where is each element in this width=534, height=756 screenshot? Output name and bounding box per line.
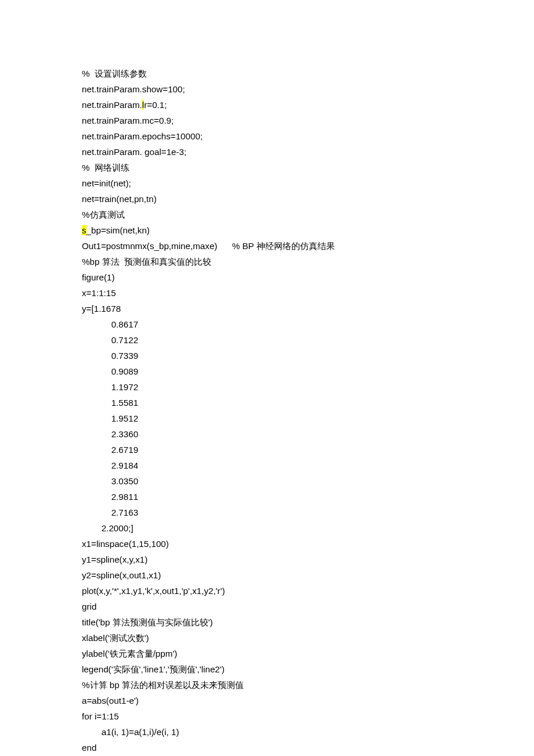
code-text: for i=1:15	[82, 711, 119, 721]
code-text: r=0.1;	[144, 100, 167, 110]
code-text: 2.7163	[82, 507, 138, 517]
code-line: 3.0350	[82, 473, 534, 489]
code-line: 0.7122	[82, 332, 534, 348]
code-line: 0.8617	[82, 316, 534, 332]
code-line: net.trainParam.epochs=10000;	[82, 128, 534, 144]
code-line: plot(x,y,'*',x1,y1,'k',x,out1,'p',x1,y2,…	[82, 583, 534, 599]
code-text: 1.9512	[82, 413, 138, 423]
code-text: 0.7339	[82, 351, 138, 361]
code-line: net.trainParam.mc=0.9;	[82, 113, 534, 128]
code-line: net.trainParam.show=100;	[82, 81, 534, 97]
code-text: y1=spline(x,y,x1)	[82, 555, 147, 564]
code-text: %bp 算法 预测值和真实值的比较	[82, 257, 211, 267]
code-line: net.trainParam.lr=0.1;	[82, 97, 534, 113]
code-line: grid	[82, 599, 534, 614]
code-text: net.trainParam.epochs=10000;	[82, 131, 203, 141]
code-line: Out1=postmnmx(s_bp,mine,maxe) % BP 神经网络的…	[82, 238, 534, 254]
code-text: net.trainParam.show=100;	[82, 84, 185, 94]
code-text: 2.6719	[82, 445, 138, 455]
code-line: % 网络训练	[82, 160, 534, 175]
code-line: y2=spline(x,out1,x1)	[82, 567, 534, 583]
code-text: plot(x,y,'*',x1,y1,'k',x,out1,'p',x1,y2,…	[82, 586, 225, 596]
code-text: % 网络训练	[82, 163, 129, 172]
code-text: title('bp 算法预测值与实际值比较')	[82, 617, 213, 627]
code-text: ylabel('铁元素含量/ppm')	[82, 649, 177, 658]
code-text: y2=spline(x,out1,x1)	[82, 570, 161, 580]
code-text: net=train(net,pn,tn)	[82, 194, 157, 204]
code-line: 0.9089	[82, 363, 534, 379]
code-line: end	[82, 740, 534, 755]
code-text: net=init(net);	[82, 178, 131, 188]
code-text: 0.9089	[82, 366, 138, 376]
code-text: %计算 bp 算法的相对误差以及未来预测值	[82, 680, 244, 690]
code-line: xlabel('测试次数')	[82, 630, 534, 646]
code-line: %bp 算法 预测值和真实值的比较	[82, 254, 534, 269]
code-text: grid	[82, 602, 96, 611]
code-text: Out1=postmnmx(s_bp,mine,maxe) % BP 神经网络的…	[82, 241, 335, 251]
code-line: 2.2000;]	[82, 520, 534, 536]
code-text: 1.5581	[82, 398, 138, 408]
code-line: net=train(net,pn,tn)	[82, 191, 534, 207]
code-line: 0.7339	[82, 348, 534, 363]
code-text: end	[82, 743, 96, 753]
code-text: 1.1972	[82, 382, 138, 392]
document-page: % 设置训练参数net.trainParam.show=100;net.trai…	[0, 0, 534, 755]
code-line: s_bp=sim(net,kn)	[82, 222, 534, 238]
code-line: % 设置训练参数	[82, 66, 534, 81]
code-line: for i=1:15	[82, 708, 534, 724]
code-line: a=abs(out1-e')	[82, 693, 534, 708]
code-line: 1.5581	[82, 395, 534, 411]
code-text: 2.3360	[82, 429, 138, 439]
code-text: 2.2000;]	[82, 523, 134, 533]
code-line: y1=spline(x,y,x1)	[82, 552, 534, 567]
code-text: _bp=sim(net,kn)	[86, 225, 150, 235]
code-text: a=abs(out1-e')	[82, 696, 139, 705]
code-text: 0.8617	[82, 319, 138, 329]
code-text: x1=linspace(1,15,100)	[82, 539, 169, 549]
code-line: 2.7163	[82, 505, 534, 520]
code-line: legend('实际值','line1','预测值','line2')	[82, 661, 534, 677]
code-text: legend('实际值','line1','预测值','line2')	[82, 664, 225, 674]
code-text: 3.0350	[82, 476, 138, 486]
code-text: a1(i, 1)=a(1,i)/e(i, 1)	[82, 727, 179, 737]
highlighted-text: s	[82, 225, 86, 235]
code-line: x1=linspace(1,15,100)	[82, 536, 534, 552]
code-line: ylabel('铁元素含量/ppm')	[82, 646, 534, 661]
code-text: net.trainParam.	[82, 100, 142, 110]
code-text: net.trainParam. goal=1e-3;	[82, 147, 186, 157]
code-line: 2.9811	[82, 489, 534, 505]
code-text: %仿真测试	[82, 210, 125, 219]
code-text: % 设置训练参数	[82, 69, 147, 78]
code-line: 2.6719	[82, 442, 534, 458]
code-line: x=1:1:15	[82, 285, 534, 301]
code-text: figure(1)	[82, 272, 115, 282]
code-text: net.trainParam.mc=0.9;	[82, 116, 174, 125]
code-line: net.trainParam. goal=1e-3;	[82, 144, 534, 160]
code-line: %计算 bp 算法的相对误差以及未来预测值	[82, 677, 534, 693]
code-text: xlabel('测试次数')	[82, 633, 149, 643]
code-line: net=init(net);	[82, 175, 534, 191]
code-text: 2.9811	[82, 492, 138, 502]
code-text: x=1:1:15	[82, 288, 116, 298]
code-text: y=[1.1678	[82, 304, 121, 314]
code-line: 2.9184	[82, 458, 534, 473]
code-text: 0.7122	[82, 335, 138, 345]
code-line: 2.3360	[82, 426, 534, 442]
code-line: 1.1972	[82, 379, 534, 395]
code-text: 2.9184	[82, 460, 138, 470]
code-line: a1(i, 1)=a(1,i)/e(i, 1)	[82, 724, 534, 740]
code-line: 1.9512	[82, 411, 534, 426]
code-line: %仿真测试	[82, 207, 534, 222]
code-line: y=[1.1678	[82, 301, 534, 316]
code-line: figure(1)	[82, 269, 534, 285]
code-line: title('bp 算法预测值与实际值比较')	[82, 614, 534, 630]
